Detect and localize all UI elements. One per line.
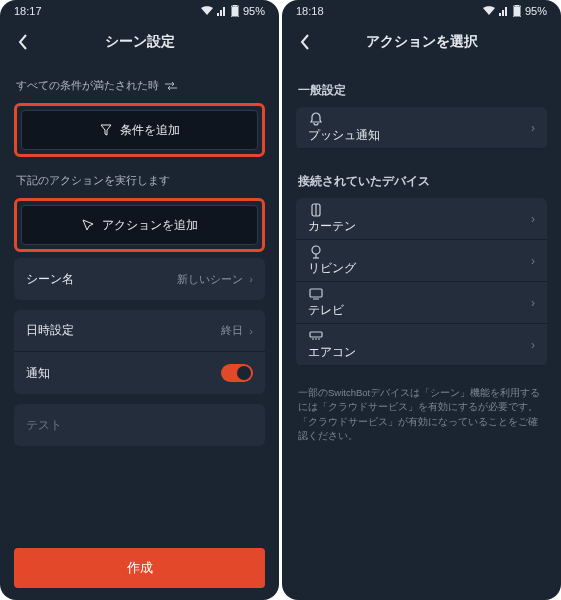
- section-general: 一般設定: [296, 68, 547, 107]
- phone-left: 18:17 95% シーン設定 すべての条件が満たされた時 条件を追加 下記のア…: [0, 0, 279, 600]
- lamp-icon: [308, 244, 324, 260]
- battery-icon: [513, 5, 521, 17]
- back-button[interactable]: [290, 27, 320, 57]
- page-title: アクションを選択: [366, 33, 478, 51]
- conditions-label-text: すべての条件が満たされた時: [16, 78, 159, 93]
- device-label: エアコン: [308, 345, 356, 359]
- header: アクションを選択: [282, 22, 561, 62]
- device-label: カーテン: [308, 219, 356, 233]
- wifi-icon: [483, 6, 495, 16]
- page-title: シーン設定: [105, 33, 175, 51]
- status-bar: 18:17 95%: [0, 0, 279, 22]
- status-icons: 95%: [483, 5, 547, 17]
- back-button[interactable]: [8, 27, 38, 57]
- scene-name-row[interactable]: シーン名 新しいシーン ›: [14, 258, 265, 300]
- svg-rect-4: [514, 7, 520, 16]
- svg-rect-1: [232, 7, 238, 16]
- chevron-right-icon: ›: [249, 273, 253, 285]
- chevron-left-icon: [300, 34, 310, 50]
- filter-icon: [100, 124, 112, 136]
- datetime-row[interactable]: 日時設定 終日 ›: [14, 310, 265, 352]
- create-button[interactable]: 作成: [14, 548, 265, 588]
- section-devices: 接続されていたデバイス: [296, 159, 547, 198]
- chevron-right-icon: ›: [531, 338, 535, 352]
- status-time: 18:17: [14, 5, 42, 17]
- scene-name-value: 新しいシーン: [177, 272, 243, 287]
- status-bar: 18:18 95%: [282, 0, 561, 22]
- settings-group: 日時設定 終日 › 通知: [14, 310, 265, 394]
- chevron-right-icon: ›: [249, 325, 253, 337]
- device-living-row[interactable]: リビング ›: [296, 240, 547, 282]
- ac-icon: [308, 328, 324, 344]
- add-action-label: アクションを追加: [102, 217, 198, 234]
- curtain-icon: [308, 202, 324, 218]
- add-condition-button[interactable]: 条件を追加: [21, 110, 258, 150]
- wifi-icon: [201, 6, 213, 16]
- datetime-label: 日時設定: [26, 322, 74, 339]
- actions-label: 下記のアクションを実行します: [14, 163, 265, 198]
- tv-icon: [308, 286, 324, 302]
- cursor-icon: [82, 219, 94, 231]
- device-curtain-row[interactable]: カーテン ›: [296, 198, 547, 240]
- phone-right: 18:18 95% アクションを選択 一般設定 プッシュ通知 › 接続されていた…: [282, 0, 561, 600]
- device-label: テレビ: [308, 303, 344, 317]
- svg-rect-13: [310, 332, 322, 337]
- chevron-right-icon: ›: [531, 212, 535, 226]
- status-battery: 95%: [525, 5, 547, 17]
- add-action-button[interactable]: アクションを追加: [21, 205, 258, 245]
- create-label: 作成: [127, 559, 153, 577]
- scene-name-group: シーン名 新しいシーン ›: [14, 258, 265, 300]
- datetime-value: 終日: [221, 323, 243, 338]
- battery-icon: [231, 5, 239, 17]
- content: すべての条件が満たされた時 条件を追加 下記のアクションを実行します アクション…: [0, 62, 279, 600]
- svg-rect-11: [310, 289, 322, 297]
- svg-rect-2: [233, 5, 237, 7]
- conditions-label: すべての条件が満たされた時: [14, 68, 265, 103]
- actions-label-text: 下記のアクションを実行します: [16, 173, 170, 188]
- test-input[interactable]: テスト: [14, 404, 265, 446]
- chevron-right-icon: ›: [531, 254, 535, 268]
- status-icons: 95%: [201, 5, 265, 17]
- svg-point-8: [312, 246, 320, 254]
- notify-toggle[interactable]: [221, 364, 253, 382]
- push-row[interactable]: プッシュ通知 ›: [296, 107, 547, 149]
- bell-icon: [308, 111, 324, 127]
- svg-rect-5: [515, 5, 519, 7]
- device-tv-row[interactable]: テレビ ›: [296, 282, 547, 324]
- status-battery: 95%: [243, 5, 265, 17]
- signal-icon: [499, 6, 509, 16]
- header: シーン設定: [0, 22, 279, 62]
- notify-row: 通知: [14, 352, 265, 394]
- push-label: プッシュ通知: [308, 128, 380, 142]
- scene-name-label: シーン名: [26, 271, 74, 288]
- general-group: プッシュ通知 ›: [296, 107, 547, 149]
- highlight-condition: 条件を追加: [14, 103, 265, 157]
- devices-group: カーテン › リビング › テレビ ›: [296, 198, 547, 366]
- chevron-right-icon: ›: [531, 121, 535, 135]
- hint-text: 一部のSwitchBotデバイスは「シーン」機能を利用するには「クラウドサービス…: [296, 376, 547, 453]
- device-ac-row[interactable]: エアコン ›: [296, 324, 547, 366]
- add-condition-label: 条件を追加: [120, 122, 180, 139]
- chevron-left-icon: [18, 34, 28, 50]
- highlight-action: アクションを追加: [14, 198, 265, 252]
- chevron-right-icon: ›: [531, 296, 535, 310]
- notify-label: 通知: [26, 365, 50, 382]
- content: 一般設定 プッシュ通知 › 接続されていたデバイス カーテン ›: [282, 62, 561, 600]
- status-time: 18:18: [296, 5, 324, 17]
- signal-icon: [217, 6, 227, 16]
- test-placeholder: テスト: [26, 417, 62, 434]
- swap-icon: [165, 81, 177, 91]
- device-label: リビング: [308, 261, 356, 275]
